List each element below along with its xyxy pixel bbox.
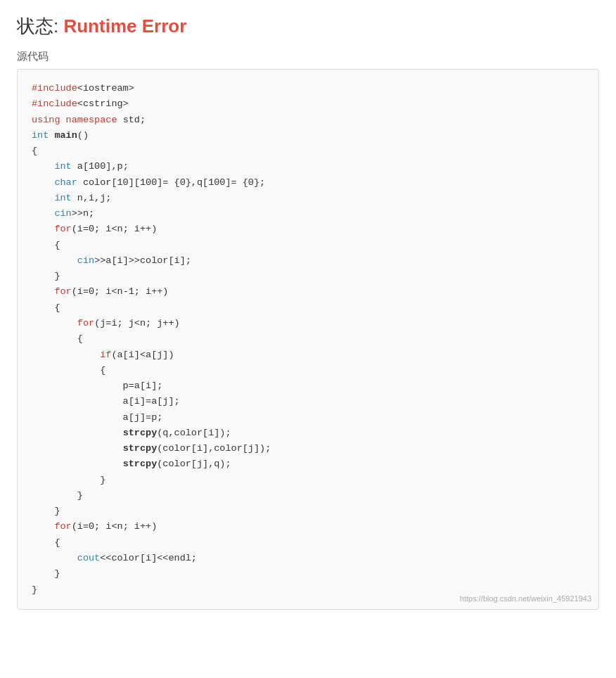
- code-line-2: #include<cstring>: [32, 96, 584, 112]
- code-line-8: int n,i,j;: [32, 191, 584, 206]
- code-line-14: for(i=0; i<n-1; i++): [32, 284, 584, 300]
- code-line-4: int main(): [32, 128, 584, 143]
- code-line-13: }: [32, 269, 584, 284]
- code-line-26: }: [32, 473, 584, 488]
- code-line-3: using namespace std;: [32, 113, 584, 128]
- code-line-31: cout<<color[i]<<endl;: [32, 551, 584, 566]
- code-line-1: #include<iostream>: [32, 81, 584, 96]
- code-line-9: cin>>n;: [32, 206, 584, 222]
- code-line-6: int a[100],p;: [32, 159, 584, 174]
- watermark: https://blog.csdn.net/weixin_45921943: [460, 592, 591, 605]
- code-line-16: for(j=i; j<n; j++): [32, 316, 584, 331]
- code-line-32: }: [32, 566, 584, 582]
- code-line-27: }: [32, 488, 584, 504]
- status-value: Runtime Error: [63, 15, 186, 37]
- code-line-29: for(i=0; i<n; i++): [32, 519, 584, 535]
- code-line-25: strcpy(color[j],q);: [32, 456, 584, 472]
- code-line-24: strcpy(color[i],color[j]);: [32, 441, 584, 456]
- code-line-18: if(a[i]<a[j]): [32, 347, 584, 363]
- code-line-17: {: [32, 331, 584, 347]
- code-line-20: p=a[i];: [32, 378, 584, 394]
- page-title: 状态: Runtime Error: [17, 14, 599, 39]
- code-line-21: a[i]=a[j];: [32, 394, 584, 409]
- code-block: #include<iostream> #include<cstring> usi…: [17, 69, 599, 610]
- code-line-30: {: [32, 535, 584, 551]
- code-line-22: a[j]=p;: [32, 410, 584, 426]
- source-label: 源代码: [17, 50, 599, 63]
- status-prefix: 状态:: [17, 15, 63, 37]
- code-line-23: strcpy(q,color[i]);: [32, 426, 584, 441]
- code-line-10: for(i=0; i<n; i++): [32, 222, 584, 237]
- code-line-19: {: [32, 363, 584, 378]
- code-line-12: cin>>a[i]>>color[i];: [32, 253, 584, 269]
- code-line-11: {: [32, 238, 584, 253]
- code-line-5: {: [32, 143, 584, 159]
- code-line-7: char color[10][100]= {0},q[100]= {0};: [32, 175, 584, 191]
- code-line-15: {: [32, 300, 584, 316]
- code-line-28: }: [32, 504, 584, 519]
